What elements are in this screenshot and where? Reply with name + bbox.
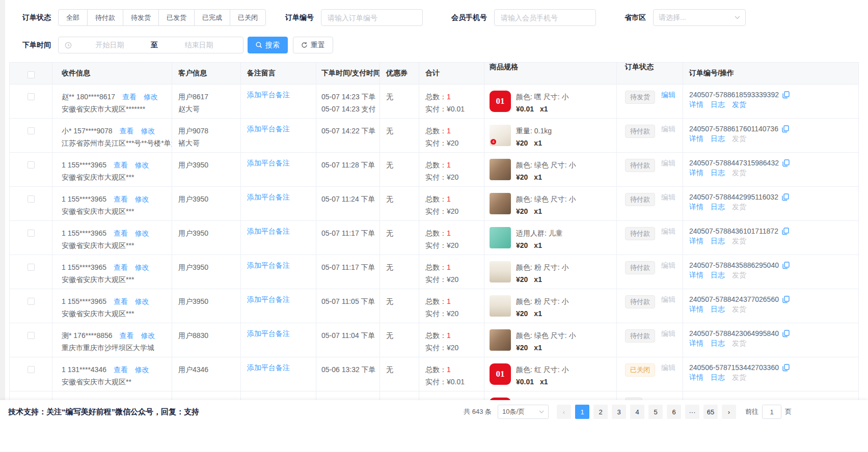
detail-link[interactable]: 详情: [689, 373, 703, 382]
page-button-2[interactable]: 2: [593, 405, 608, 419]
ship-link[interactable]: 发货: [732, 168, 746, 178]
edit-order-link[interactable]: 编辑: [661, 227, 675, 236]
log-link[interactable]: 日志: [711, 305, 725, 314]
status-tab-shipped[interactable]: 已发货: [158, 9, 195, 26]
edit-order-link[interactable]: 编辑: [661, 193, 675, 202]
row-checkbox[interactable]: [28, 332, 35, 339]
copy-icon[interactable]: [782, 159, 790, 167]
row-checkbox[interactable]: [28, 366, 35, 373]
add-note-link[interactable]: 添加平台备注: [247, 261, 290, 269]
ship-link[interactable]: 发货: [732, 100, 746, 109]
row-checkbox[interactable]: [28, 93, 35, 100]
copy-icon[interactable]: [782, 262, 790, 269]
edit-order-link[interactable]: 编辑: [661, 125, 675, 134]
log-link[interactable]: 日志: [711, 339, 725, 348]
next-page-button[interactable]: ›: [722, 405, 736, 419]
add-note-link[interactable]: 添加平台备注: [247, 295, 290, 303]
copy-icon[interactable]: [782, 228, 789, 235]
more-pages-button[interactable]: ···: [685, 405, 699, 419]
phone-input[interactable]: [494, 9, 596, 26]
status-tab-done[interactable]: 已完成: [194, 9, 230, 26]
copy-icon[interactable]: [782, 364, 790, 372]
detail-link[interactable]: 详情: [689, 134, 703, 144]
add-note-link[interactable]: 添加平台备注: [247, 91, 290, 99]
edit-order-link[interactable]: 编辑: [661, 329, 675, 338]
status-tab-closed[interactable]: 已关闭: [230, 9, 266, 26]
log-link[interactable]: 日志: [711, 168, 725, 178]
reset-button[interactable]: 重置: [293, 37, 333, 53]
ship-link[interactable]: 发货: [732, 305, 746, 314]
row-checkbox[interactable]: [28, 230, 35, 237]
edit-order-link[interactable]: 编辑: [661, 159, 675, 168]
modify-address-link[interactable]: 修改: [135, 297, 149, 305]
add-note-link[interactable]: 添加平台备注: [247, 227, 290, 235]
view-address-link[interactable]: 查看: [114, 297, 128, 305]
ship-link[interactable]: 发货: [732, 203, 746, 212]
status-tab-toship[interactable]: 待发货: [123, 9, 159, 26]
page-button-6[interactable]: 6: [667, 405, 681, 419]
view-address-link[interactable]: 查看: [114, 195, 128, 203]
row-checkbox[interactable]: [28, 298, 35, 305]
goto-page-input[interactable]: [762, 405, 781, 419]
row-checkbox[interactable]: [28, 127, 35, 134]
ship-link[interactable]: 发货: [732, 339, 746, 348]
ship-link[interactable]: 发货: [732, 237, 746, 246]
status-tab-all[interactable]: 全部: [58, 9, 88, 26]
add-note-link[interactable]: 添加平台备注: [247, 125, 290, 133]
detail-link[interactable]: 详情: [689, 339, 703, 348]
add-note-link[interactable]: 添加平台备注: [247, 329, 290, 337]
log-link[interactable]: 日志: [711, 134, 725, 144]
page-button-4[interactable]: 4: [630, 405, 644, 419]
modify-address-link[interactable]: 修改: [135, 229, 149, 237]
edit-order-link[interactable]: 编辑: [661, 91, 675, 100]
add-note-link[interactable]: 添加平台备注: [247, 159, 290, 167]
detail-link[interactable]: 详情: [689, 271, 703, 280]
status-tab-unpaid[interactable]: 待付款: [87, 9, 123, 26]
detail-link[interactable]: 详情: [689, 100, 703, 109]
copy-icon[interactable]: [782, 91, 790, 99]
page-size-select[interactable]: 10条/页: [498, 405, 549, 419]
modify-address-link[interactable]: 修改: [135, 263, 149, 271]
row-checkbox[interactable]: [28, 161, 35, 168]
ship-link[interactable]: 发货: [732, 134, 746, 144]
page-button-1[interactable]: 1: [575, 405, 589, 419]
log-link[interactable]: 日志: [711, 373, 725, 382]
date-range-picker[interactable]: 开始日期 至 结束日期: [58, 37, 243, 53]
copy-icon[interactable]: [782, 193, 789, 201]
copy-icon[interactable]: [782, 296, 790, 303]
log-link[interactable]: 日志: [711, 271, 725, 280]
copy-icon[interactable]: [782, 125, 789, 133]
view-address-link[interactable]: 查看: [114, 365, 128, 374]
log-link[interactable]: 日志: [711, 203, 725, 212]
add-note-link[interactable]: 添加平台备注: [247, 193, 290, 201]
select-all-checkbox[interactable]: [28, 71, 35, 78]
prev-page-button[interactable]: ‹: [557, 405, 571, 419]
detail-link[interactable]: 详情: [689, 203, 703, 212]
edit-order-link[interactable]: 编辑: [661, 295, 675, 304]
modify-address-link[interactable]: 修改: [135, 195, 149, 203]
row-checkbox[interactable]: [28, 264, 35, 271]
view-address-link[interactable]: 查看: [120, 331, 134, 340]
detail-link[interactable]: 详情: [689, 168, 703, 178]
modify-address-link[interactable]: 修改: [135, 365, 149, 374]
modify-address-link[interactable]: 修改: [135, 161, 149, 169]
search-button[interactable]: 搜索: [248, 37, 288, 53]
modify-address-link[interactable]: 修改: [141, 331, 155, 340]
page-button-5[interactable]: 5: [648, 405, 663, 419]
row-checkbox[interactable]: [28, 195, 35, 203]
ship-link[interactable]: 发货: [732, 373, 746, 382]
modify-address-link[interactable]: 修改: [144, 93, 158, 101]
log-link[interactable]: 日志: [711, 237, 725, 246]
view-address-link[interactable]: 查看: [120, 127, 134, 135]
detail-link[interactable]: 详情: [689, 305, 703, 314]
view-address-link[interactable]: 查看: [114, 229, 128, 237]
copy-icon[interactable]: [782, 330, 790, 337]
detail-link[interactable]: 详情: [689, 237, 703, 246]
add-note-link[interactable]: 添加平台备注: [247, 363, 290, 372]
order-no-input[interactable]: [321, 9, 423, 26]
view-address-link[interactable]: 查看: [122, 93, 137, 101]
edit-order-link[interactable]: 编辑: [661, 261, 675, 270]
log-link[interactable]: 日志: [711, 100, 725, 109]
view-address-link[interactable]: 查看: [114, 263, 128, 271]
page-button-65[interactable]: 65: [703, 405, 718, 419]
